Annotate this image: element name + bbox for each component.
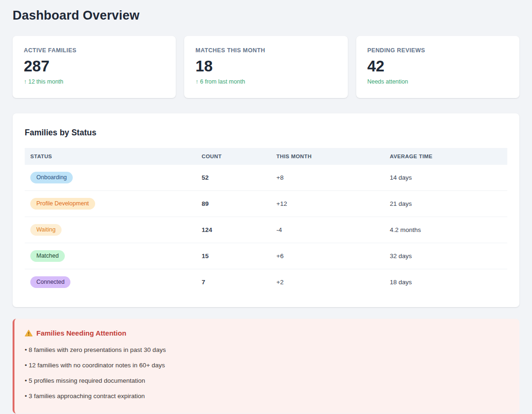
table-header-row: STATUS COUNT THIS MONTH AVERAGE TIME [25, 148, 507, 165]
average-time-cell: 21 days [384, 191, 507, 217]
this-month-cell: -4 [271, 217, 384, 243]
page-title: Dashboard Overview [13, 8, 519, 23]
average-time-cell: 32 days [384, 243, 507, 269]
average-time-cell: 14 days [384, 165, 507, 191]
stat-label: MATCHES THIS MONTH [195, 47, 336, 54]
alert-item: 3 families approaching contract expirati… [25, 393, 507, 400]
column-header-this-month: THIS MONTH [271, 148, 384, 165]
families-needing-attention-alert: Families Needing Attention 8 families wi… [13, 319, 519, 414]
table-row-waiting: Waiting 124 -4 4.2 months [25, 217, 507, 243]
alert-title: Families Needing Attention [36, 329, 126, 337]
status-badge-connected: Connected [30, 276, 70, 288]
count-cell: 124 [196, 217, 270, 243]
stat-value: 42 [367, 58, 508, 75]
alert-items: 8 families with zero presentations in pa… [25, 346, 507, 400]
count-cell: 89 [196, 191, 270, 217]
alert-item: 8 families with zero presentations in pa… [25, 346, 507, 353]
table-row-onboarding: Onboarding 52 +8 14 days [25, 165, 507, 191]
this-month-cell: +6 [271, 243, 384, 269]
status-badge-waiting: Waiting [30, 224, 62, 236]
column-header-status: STATUS [25, 148, 196, 165]
families-by-status-card: Families by Status STATUS COUNT THIS MON… [13, 113, 519, 307]
stat-delta: ↑ 6 from last month [195, 78, 336, 85]
count-cell: 52 [196, 165, 270, 191]
column-header-count: COUNT [196, 148, 270, 165]
this-month-cell: +12 [271, 191, 384, 217]
table-row-matched: Matched 15 +6 32 days [25, 243, 507, 269]
average-time-cell: 18 days [384, 269, 507, 295]
count-cell: 7 [196, 269, 270, 295]
this-month-cell: +8 [271, 165, 384, 191]
status-badge-profile-development: Profile Development [30, 198, 95, 210]
stat-card-pending-reviews: PENDING REVIEWS 42 Needs attention [356, 36, 519, 98]
stats-row: ACTIVE FAMILIES 287 ↑ 12 this month MATC… [13, 36, 519, 98]
stat-value: 18 [195, 58, 336, 75]
table-row-connected: Connected 7 +2 18 days [25, 269, 507, 295]
stat-value: 287 [24, 58, 165, 75]
this-month-cell: +2 [271, 269, 384, 295]
table-title: Families by Status [25, 128, 507, 138]
stat-label: ACTIVE FAMILIES [24, 47, 165, 54]
status-badge-matched: Matched [30, 250, 65, 262]
stat-label: PENDING REVIEWS [367, 47, 508, 54]
dashboard-page: Dashboard Overview ACTIVE FAMILIES 287 ↑… [0, 0, 532, 414]
count-cell: 15 [196, 243, 270, 269]
stat-card-active-families: ACTIVE FAMILIES 287 ↑ 12 this month [13, 36, 176, 98]
column-header-average-time: AVERAGE TIME [384, 148, 507, 165]
warning-icon [25, 330, 33, 337]
alert-item: 5 profiles missing required documentatio… [25, 377, 507, 384]
status-badge-onboarding: Onboarding [30, 172, 73, 183]
alert-item: 12 families with no coordinator notes in… [25, 362, 507, 369]
table-row-profile-development: Profile Development 89 +12 21 days [25, 191, 507, 217]
families-status-table: STATUS COUNT THIS MONTH AVERAGE TIME Onb… [25, 148, 507, 295]
alert-header: Families Needing Attention [25, 329, 507, 337]
stat-card-matches-this-month: MATCHES THIS MONTH 18 ↑ 6 from last mont… [184, 36, 347, 98]
average-time-cell: 4.2 months [384, 217, 507, 243]
stat-delta: ↑ 12 this month [24, 78, 165, 85]
stat-delta: Needs attention [367, 78, 508, 85]
